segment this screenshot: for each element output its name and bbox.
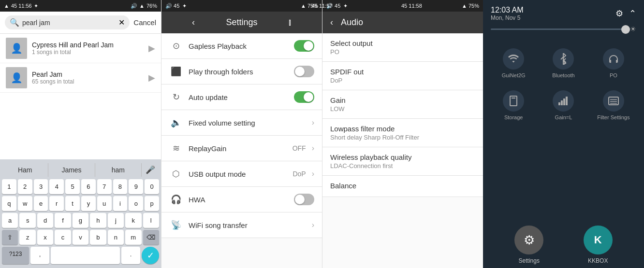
key-l[interactable]: l (143, 213, 159, 228)
autoupdate-icon: ↻ (169, 90, 183, 104)
hwa-toggle[interactable] (294, 194, 314, 205)
space-key[interactable] (51, 247, 120, 264)
key-r[interactable]: r (49, 196, 64, 211)
wifi-transfer-icon: 📡 (169, 218, 183, 232)
key-0[interactable]: 0 (145, 179, 159, 194)
key-9[interactable]: 9 (129, 179, 143, 194)
audio-back-arrow-icon[interactable]: ‹ (330, 17, 333, 28)
quick-tile-storage[interactable]: Storage (489, 85, 538, 126)
quick-tile-gainl[interactable]: Gain=L (539, 85, 588, 126)
settings-item-wifi[interactable]: 📡 WiFi song transfer › (161, 212, 322, 238)
key-u[interactable]: u (97, 196, 112, 211)
audio-balance-title: Balance (330, 182, 475, 190)
gear-icon[interactable]: ⚙ (615, 8, 623, 19)
key-5[interactable]: 5 (65, 179, 80, 194)
search-icon: 🔍 (10, 18, 19, 27)
audio-item-balance[interactable]: Balance (322, 176, 483, 197)
cancel-button[interactable]: Cancel (133, 18, 156, 27)
quick-tile-filter[interactable]: Filter Settings (589, 85, 638, 126)
suggestion-james[interactable]: James (48, 163, 95, 177)
suggestion-ham[interactable]: Ham (2, 163, 48, 177)
search-input[interactable] (22, 19, 116, 27)
key-7[interactable]: 7 (97, 179, 112, 194)
play-button[interactable]: ▶ (148, 72, 155, 83)
gapless-toggle[interactable] (294, 40, 314, 52)
key-c[interactable]: c (55, 230, 71, 245)
replaygain-icon: ≋ (169, 141, 183, 155)
key-x[interactable]: x (37, 230, 53, 245)
autoupdate-toggle[interactable] (294, 91, 314, 103)
search-input-wrap[interactable]: 🔍 ✕ (5, 15, 130, 29)
comma-key[interactable]: , (30, 247, 49, 264)
avatar: 👤 (6, 38, 27, 59)
key-4[interactable]: 4 (49, 179, 64, 194)
key-i[interactable]: i (113, 196, 128, 211)
clear-icon[interactable]: ✕ (118, 18, 125, 27)
key-o[interactable]: o (129, 196, 143, 211)
settings-item-usb[interactable]: ⬡ USB output mode DoP › (161, 161, 322, 187)
key-8[interactable]: 8 (113, 179, 128, 194)
quick-header-icons: ⚙ ⌃ (615, 8, 636, 19)
shift-key[interactable]: ⇧ (2, 230, 18, 245)
key-e[interactable]: e (34, 196, 48, 211)
folders-toggle[interactable] (294, 66, 314, 77)
audio-item-wireless[interactable]: Wireless playback quality LDAC-Connectio… (322, 147, 483, 176)
bluetooth-icon-3: ✦ (343, 3, 348, 9)
key-6[interactable]: 6 (81, 179, 96, 194)
list-item[interactable]: 👤 Pearl Jam 65 songs in total ▶ (0, 63, 161, 93)
settings-item-hwa[interactable]: 🎧 HWA (161, 187, 322, 212)
key-m[interactable]: m (125, 230, 141, 245)
key-n[interactable]: n (108, 230, 124, 245)
apps-row: ⚙ Settings K KKBOX (483, 218, 644, 268)
key-v[interactable]: v (73, 230, 88, 245)
key-s[interactable]: s (19, 213, 35, 228)
audio-item-output[interactable]: Select output PO (322, 33, 483, 62)
key-g[interactable]: g (73, 213, 88, 228)
key-w[interactable]: w (18, 196, 32, 211)
quick-tile-po[interactable]: PO (589, 42, 638, 84)
gainl-tile-icon (553, 90, 574, 112)
key-h[interactable]: h (90, 213, 106, 228)
brightness-icon: ☀ (630, 25, 636, 33)
bars-icon[interactable]: ⫿ (266, 17, 314, 28)
kkbox-app-icon[interactable]: K KKBOX (584, 226, 613, 264)
quick-header: 12:03 AM Mon, Nov 5 ⚙ ⌃ (483, 0, 644, 25)
audio-item-lowpass[interactable]: Lowpass filter mode Short delay Sharp Ro… (322, 119, 483, 147)
enter-key[interactable]: ✓ (142, 247, 159, 264)
period-key[interactable]: . (121, 247, 140, 264)
key-j[interactable]: j (108, 213, 124, 228)
key-q[interactable]: q (2, 196, 16, 211)
key-z[interactable]: z (19, 230, 35, 245)
play-button[interactable]: ▶ (148, 43, 155, 54)
key-k[interactable]: k (125, 213, 141, 228)
collapse-icon[interactable]: ⌃ (629, 8, 636, 19)
settings-item-folders[interactable]: ⬛ Play through folders (161, 59, 322, 85)
key-b[interactable]: b (90, 230, 106, 245)
brightness-bar[interactable] (491, 28, 626, 30)
key-d[interactable]: d (37, 213, 53, 228)
audio-item-spdif[interactable]: SPDIF out DoP (322, 62, 483, 90)
settings-item-replaygain[interactable]: ≋ ReplayGain OFF › (161, 136, 322, 161)
key-f[interactable]: f (55, 213, 71, 228)
list-item[interactable]: 👤 Cypress Hill and Pearl Jam 1 songs in … (0, 34, 161, 63)
quick-tile-bluetooth[interactable]: Bluetooth (539, 42, 588, 84)
audio-item-gain[interactable]: Gain LOW (322, 90, 483, 119)
settings-item-autoupdate[interactable]: ↻ Auto update (161, 85, 322, 110)
key-t[interactable]: t (65, 196, 80, 211)
key-a[interactable]: a (2, 213, 18, 228)
settings-item-fixedvolume[interactable]: 🔈 Fixed volume setting › (161, 110, 322, 136)
back-arrow-icon[interactable]: ‹ (169, 17, 218, 28)
symbols-key[interactable]: ?123 (2, 247, 29, 264)
key-2[interactable]: 2 (18, 179, 32, 194)
key-1[interactable]: 1 (2, 179, 16, 194)
key-p[interactable]: p (145, 196, 159, 211)
delete-key[interactable]: ⌫ (143, 230, 159, 245)
settings-app-icon[interactable]: ⚙ Settings (514, 226, 543, 264)
key-y[interactable]: y (81, 196, 96, 211)
mic-icon[interactable]: 🎤 (142, 162, 159, 177)
settings-item-gapless[interactable]: ⊙ Gapless Playback (161, 33, 322, 59)
suggestion-ham2[interactable]: ham (95, 163, 142, 177)
quick-tile-guinet2g[interactable]: GuiNet2G (489, 42, 538, 84)
hwa-label: HWA (189, 196, 288, 204)
key-3[interactable]: 3 (34, 179, 48, 194)
